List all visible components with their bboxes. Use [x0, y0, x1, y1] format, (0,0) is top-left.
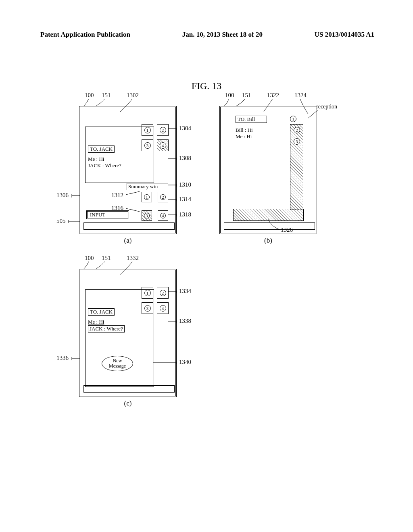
ref-1302: 1302 — [127, 92, 139, 98]
svg-text:1312: 1312 — [111, 192, 123, 198]
pub-type: Patent Application Publication — [40, 31, 130, 39]
to-field-c: TO. JACK — [88, 308, 115, 316]
bottom-lead-b: 1326 — [260, 219, 308, 239]
left-leads-c: 1336 — [56, 269, 81, 397]
right-leads-a: 1304 1308 1310 1314 1318 — [168, 106, 200, 234]
svg-text:1306: 1306 — [56, 192, 69, 198]
date-sheet: Jan. 10, 2013 Sheet 18 of 20 — [182, 31, 263, 39]
msg-line: JACK : Where? — [88, 162, 121, 169]
svg-text:1316: 1316 — [111, 205, 124, 211]
right-strip-b: 2 3 — [290, 124, 303, 210]
to-field-b: TO. Bill — [236, 116, 267, 123]
svg-text:1336: 1336 — [56, 355, 69, 361]
main-chat-b: TO. Bill 1 Bill : Hi Me : Hi 2 3 — [233, 113, 303, 209]
summary-badge-2: 2 — [158, 192, 168, 202]
svg-text:1326: 1326 — [281, 227, 293, 233]
main-chat-c: TO. JACK Me : Hi JACK : Where? New Messa… — [85, 289, 154, 387]
badge-4: 4 — [157, 139, 169, 151]
ref-151: 151 — [102, 92, 111, 98]
svg-text:151: 151 — [242, 92, 251, 98]
svg-text:reception: reception — [316, 104, 337, 110]
svg-text:1322: 1322 — [267, 92, 279, 98]
svg-text:1304: 1304 — [179, 125, 192, 131]
ref-100: 100 — [85, 92, 94, 98]
sub-label-a: (a) — [79, 237, 177, 245]
b-circ-1: 1 — [290, 116, 296, 122]
sub-label-c: (c) — [79, 399, 177, 407]
svg-text:151: 151 — [102, 255, 111, 261]
badge-2: 2 — [157, 124, 169, 136]
bottom-strip-a — [83, 222, 175, 230]
svg-text:100: 100 — [225, 92, 234, 98]
figure-title: FIG. 13 — [0, 81, 413, 91]
svg-text:1318: 1318 — [179, 211, 191, 218]
page-header: Patent Application Publication Jan. 10, … — [0, 0, 413, 39]
messages-a: Me : Hi JACK : Where? — [88, 156, 121, 168]
new-message-oval: New Message — [102, 356, 133, 371]
svg-text:1332: 1332 — [127, 255, 139, 261]
msg-line: Bill : Hi — [236, 127, 253, 133]
right-leads-c: 1334 1338 1340 — [168, 269, 200, 397]
messages-b: Bill : Hi Me : Hi — [236, 127, 253, 139]
panel-a: 100 151 1302 1 2 3 4 TO. JACK Me : Hi JA… — [79, 106, 177, 245]
top-leads-c: 100 151 1332 — [79, 255, 177, 269]
left-leads-a: 1306 505 — [56, 106, 81, 234]
msg-c-1: Me : Hi — [88, 319, 104, 325]
inner-leads-a: 1312 1316 — [111, 187, 148, 219]
summary-badge-4: 4 — [158, 210, 168, 221]
msg-line: Me : Hi — [88, 156, 121, 162]
panel-b: 100 151 1322 1324 reception TO. Bill 1 B… — [219, 106, 317, 245]
svg-text:1334: 1334 — [179, 288, 192, 294]
b-circ-2: 2 — [294, 127, 300, 133]
badge-c-4: 4 — [157, 302, 169, 314]
panel-c: 100 151 1332 1 2 3 4 TO. JACK Me : Hi JA… — [79, 269, 177, 407]
svg-text:1310: 1310 — [179, 181, 191, 188]
svg-text:1340: 1340 — [179, 359, 191, 365]
svg-text:1308: 1308 — [179, 155, 191, 161]
device-frame-b: TO. Bill 1 Bill : Hi Me : Hi 2 3 — [219, 106, 317, 234]
msg-c-2: JACK : Where? — [88, 325, 125, 332]
msg-line: Me : Hi — [236, 133, 253, 140]
svg-text:100: 100 — [85, 255, 94, 261]
top-leads-a: 100 151 1302 — [79, 92, 177, 106]
svg-text:505: 505 — [56, 218, 66, 224]
bottom-strip-c — [83, 385, 175, 393]
badge-c-2: 2 — [157, 287, 169, 299]
device-frame-c: 1 2 3 4 TO. JACK Me : Hi JACK : Where? N… — [79, 269, 177, 397]
main-chat-a: TO. JACK Me : Hi JACK : Where? — [85, 127, 154, 183]
svg-text:1338: 1338 — [179, 318, 191, 324]
svg-text:1314: 1314 — [179, 196, 192, 202]
pub-number: US 2013/0014035 A1 — [315, 31, 374, 39]
to-field-a: TO. JACK — [88, 145, 115, 153]
b-circ-3: 3 — [294, 138, 300, 145]
svg-text:1324: 1324 — [294, 92, 307, 98]
